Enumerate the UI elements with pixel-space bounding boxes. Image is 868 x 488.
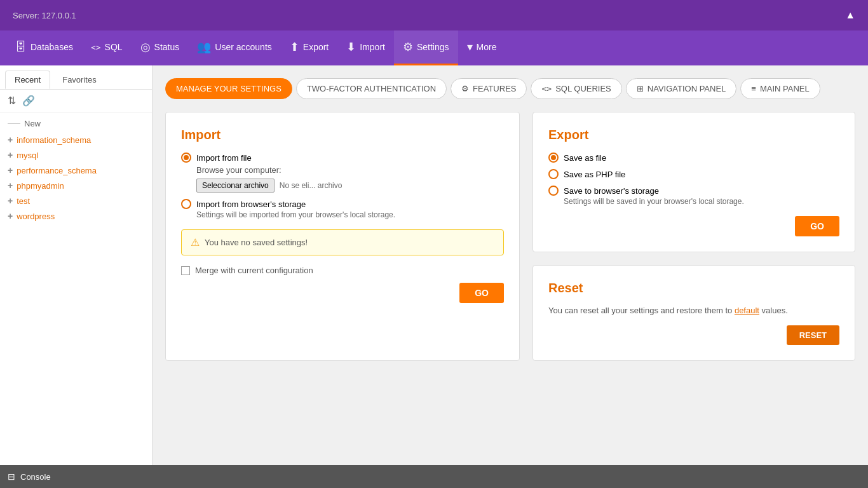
warning-text: You have no saved settings! bbox=[205, 238, 308, 247]
import-from-storage-label: Import from browser's storage bbox=[196, 200, 306, 209]
warning-icon: ⚠ bbox=[191, 236, 200, 248]
storage-note: Settings will be saved in your browser's… bbox=[564, 197, 839, 206]
more-icon: ▾ bbox=[467, 40, 473, 54]
features-icon: ⚙ bbox=[461, 84, 469, 93]
collapse-btn[interactable]: ▲ bbox=[845, 10, 855, 21]
file-select-button[interactable]: Seleccionar archivo bbox=[196, 179, 275, 193]
db-name[interactable]: information_schema bbox=[17, 135, 91, 145]
right-column: Export Save as file Save as PHP file bbox=[532, 112, 855, 361]
user-accounts-icon: 👥 bbox=[197, 40, 211, 54]
server-info: Server: 127.0.0.1 bbox=[13, 11, 845, 20]
settings-icon: ⚙ bbox=[403, 40, 413, 54]
reset-text: You can reset all your settings and rest… bbox=[548, 306, 839, 315]
reset-card: Reset You can reset all your settings an… bbox=[532, 265, 855, 361]
import-from-file-label: Import from file bbox=[196, 153, 252, 163]
nav-databases[interactable]: 🗄 Databases bbox=[6, 30, 82, 65]
tab-recent[interactable]: Recent bbox=[5, 71, 50, 89]
reset-title: Reset bbox=[548, 281, 839, 295]
sidebar: Recent Favorites ⇅ 🔗 New + information_s… bbox=[0, 65, 153, 465]
nav-settings[interactable]: ⚙ Settings bbox=[394, 30, 458, 65]
sidebar-tabs: Recent Favorites bbox=[0, 65, 152, 90]
import-icon: ⬇ bbox=[346, 40, 356, 54]
export-icon: ⬆ bbox=[290, 40, 299, 54]
browse-label: Browse your computer: bbox=[196, 165, 504, 175]
content-area: MANAGE YOUR SETTINGS TWO-FACTOR AUTHENTI… bbox=[153, 65, 868, 465]
db-name[interactable]: test bbox=[17, 196, 30, 206]
cards-row: Import Import from file Browse your comp… bbox=[165, 112, 855, 361]
export-title: Export bbox=[548, 128, 839, 142]
tab-manage-settings[interactable]: MANAGE YOUR SETTINGS bbox=[165, 78, 292, 99]
nav-status[interactable]: ◎ Status bbox=[132, 30, 189, 65]
new-item: New bbox=[0, 115, 152, 132]
import-from-file-radio[interactable] bbox=[181, 152, 191, 163]
db-name[interactable]: wordpress bbox=[17, 212, 55, 221]
new-label: New bbox=[24, 119, 41, 128]
file-name-label: No se eli... archivo bbox=[280, 181, 342, 190]
filter-icon[interactable]: ⇅ bbox=[8, 95, 16, 107]
status-icon: ◎ bbox=[140, 40, 151, 54]
tab-nav-panel[interactable]: ⊞ NAVIGATION PANEL bbox=[626, 78, 737, 99]
databases-icon: 🗄 bbox=[15, 41, 27, 54]
db-name[interactable]: performance_schema bbox=[17, 166, 97, 175]
tab-features[interactable]: ⚙ FEATURES bbox=[451, 78, 527, 99]
nav-import[interactable]: ⬇ Import bbox=[337, 30, 394, 65]
console-label[interactable]: Console bbox=[20, 472, 51, 482]
save-as-file-radio[interactable] bbox=[548, 152, 559, 163]
db-name[interactable]: mysql bbox=[17, 151, 38, 160]
warning-box: ⚠ You have no saved settings! bbox=[181, 229, 504, 255]
link-icon[interactable]: 🔗 bbox=[22, 95, 35, 107]
sidebar-actions: ⇅ 🔗 bbox=[0, 90, 152, 112]
sql-icon: <> bbox=[91, 43, 101, 52]
import-storage-sub: Settings will be imported from your brow… bbox=[196, 210, 504, 219]
nav-more[interactable]: ▾ More bbox=[458, 30, 506, 65]
file-input-row: Seleccionar archivo No se eli... archivo bbox=[196, 179, 504, 193]
import-card: Import Import from file Browse your comp… bbox=[165, 112, 520, 361]
sql-queries-icon: <> bbox=[541, 84, 552, 93]
nav-export[interactable]: ⬆ Export bbox=[281, 30, 337, 65]
import-title: Import bbox=[181, 128, 504, 142]
save-to-storage-radio[interactable] bbox=[548, 186, 559, 196]
save-as-php-radio[interactable] bbox=[548, 169, 559, 179]
db-list: New + information_schema + mysql + perfo… bbox=[0, 112, 152, 226]
bottom-bar: ⊟ Console bbox=[0, 465, 868, 488]
nav-user-accounts[interactable]: 👥 User accounts bbox=[188, 30, 280, 65]
import-from-storage-row: Import from browser's storage bbox=[181, 199, 504, 209]
reset-text-part1: You can reset all your settings and rest… bbox=[548, 306, 735, 315]
import-go-row: GO bbox=[181, 283, 504, 303]
reset-button[interactable]: RESET bbox=[787, 325, 839, 345]
db-item-phpmyadmin[interactable]: + phpmyadmin bbox=[0, 178, 152, 193]
save-as-php-label: Save as PHP file bbox=[564, 170, 625, 179]
top-header: Server: 127.0.0.1 ▲ bbox=[0, 0, 868, 30]
nav-bar: 🗄 Databases <> SQL ◎ Status 👥 User accou… bbox=[0, 30, 868, 65]
tab-main-panel[interactable]: ≡ MAIN PANEL bbox=[740, 78, 820, 99]
main-panel-icon: ≡ bbox=[751, 84, 756, 93]
expand-icon: + bbox=[8, 196, 13, 206]
export-options: Save as file Save as PHP file Save to br… bbox=[548, 152, 839, 206]
db-item-performance-schema[interactable]: + performance_schema bbox=[0, 163, 152, 178]
tab-2fa[interactable]: TWO-FACTOR AUTHENTICATION bbox=[296, 78, 447, 99]
console-icon: ⊟ bbox=[8, 471, 15, 482]
import-go-button[interactable]: GO bbox=[459, 283, 504, 303]
db-item-test[interactable]: + test bbox=[0, 193, 152, 208]
merge-checkbox[interactable] bbox=[181, 266, 190, 275]
db-item-wordpress[interactable]: + wordpress bbox=[0, 208, 152, 224]
save-as-file-row: Save as file bbox=[548, 152, 839, 163]
db-item-information-schema[interactable]: + information_schema bbox=[0, 132, 152, 147]
db-name[interactable]: phpmyadmin bbox=[17, 181, 64, 191]
expand-icon: + bbox=[8, 150, 13, 160]
save-as-php-row: Save as PHP file bbox=[548, 169, 839, 179]
expand-icon: + bbox=[8, 211, 13, 221]
tab-favorites[interactable]: Favorites bbox=[53, 71, 105, 89]
export-card: Export Save as file Save as PHP file bbox=[532, 112, 855, 252]
db-item-mysql[interactable]: + mysql bbox=[0, 147, 152, 163]
nav-sql[interactable]: <> SQL bbox=[82, 30, 132, 65]
nav-panel-icon: ⊞ bbox=[637, 84, 644, 93]
settings-tabs: MANAGE YOUR SETTINGS TWO-FACTOR AUTHENTI… bbox=[165, 78, 855, 99]
expand-icon: + bbox=[8, 165, 13, 175]
export-go-button[interactable]: GO bbox=[795, 216, 839, 236]
reset-text-part2: values. bbox=[759, 306, 788, 315]
import-from-storage-radio[interactable] bbox=[181, 199, 191, 209]
default-link[interactable]: default bbox=[735, 306, 759, 315]
merge-label: Merge with current configuration bbox=[195, 266, 313, 275]
tab-sql-queries[interactable]: <> SQL QUERIES bbox=[531, 78, 621, 99]
